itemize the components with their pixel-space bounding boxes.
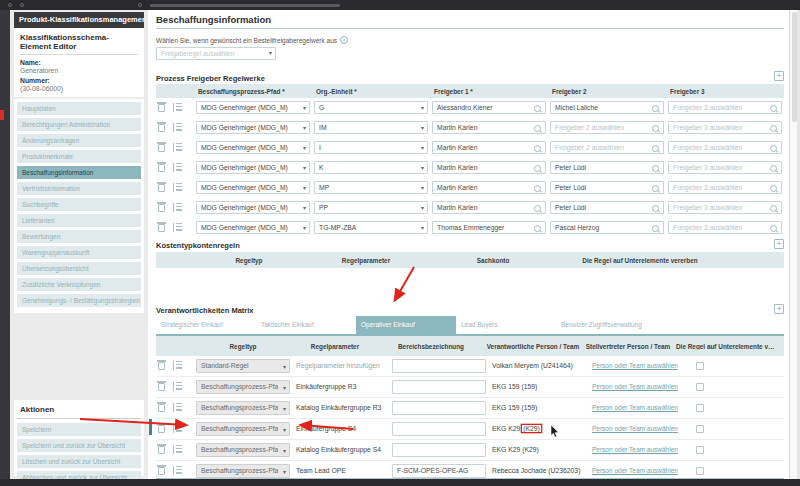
- area-input[interactable]: [392, 380, 486, 394]
- add-kosten-row-button[interactable]: +: [774, 239, 784, 249]
- reorder-row-icon[interactable]: [173, 183, 182, 192]
- search-icon[interactable]: [534, 205, 543, 214]
- delete-row-icon[interactable]: [158, 383, 165, 391]
- search-icon[interactable]: [770, 225, 779, 234]
- org-unit-select[interactable]: I▾: [314, 141, 428, 154]
- sidebar-item-beschaffungsinformation[interactable]: Beschaffungsinformation: [17, 166, 141, 179]
- deputy-select-link[interactable]: Person oder Team auswählen: [592, 401, 680, 415]
- sidebar-item-bewertungen[interactable]: Bewertungen: [17, 230, 141, 243]
- action-loeschen-und-zurueck[interactable]: Löschen und zurück zur Übersicht: [17, 455, 141, 468]
- search-icon[interactable]: [652, 105, 661, 114]
- search-icon[interactable]: [652, 145, 661, 154]
- rule-type-select[interactable]: Beschaffungsprozess-Pfade Regel▾: [196, 443, 290, 457]
- rule-type-select[interactable]: Beschaffungsprozess-Pfade Regel▾: [196, 464, 290, 478]
- process-path-select[interactable]: MDG Genehmiger (MDG_M)▾: [196, 161, 310, 174]
- sidebar-item-zusaetzliche-verknuepfungen[interactable]: Zusätzliche Verknüpfungen: [17, 278, 141, 291]
- freigeber1-field[interactable]: Martin Karlen: [432, 161, 546, 174]
- org-unit-select[interactable]: IM▾: [314, 121, 428, 134]
- deputy-select-link[interactable]: Person oder Team auswählen: [592, 464, 680, 478]
- process-path-select[interactable]: MDG Genehmiger (MDG_M)▾: [196, 221, 310, 234]
- tab-strategischer-einkauf[interactable]: Strategischer Einkauf: [156, 316, 256, 334]
- sidebar-item-berechtigungen-administration[interactable]: Berechtigungen Administration: [17, 118, 141, 131]
- reorder-row-icon[interactable]: [173, 382, 182, 391]
- freigeber2-field[interactable]: Peter Lüdi: [550, 201, 664, 214]
- tab-operativer-einkauf[interactable]: Operativer Einkauf: [356, 316, 456, 334]
- delete-row-icon[interactable]: [158, 124, 165, 132]
- deputy-select-link[interactable]: Person oder Team auswählen: [592, 380, 680, 394]
- vertical-scrollbar[interactable]: [789, 10, 797, 479]
- search-icon[interactable]: [534, 145, 543, 154]
- tab-benutzer-zugriffsverwaltung[interactable]: Benutzer Zugriffsverwaltung: [556, 316, 686, 334]
- reorder-row-icon[interactable]: [173, 424, 182, 433]
- reorder-row-icon[interactable]: [173, 203, 182, 212]
- reorder-row-icon[interactable]: [173, 143, 182, 152]
- search-icon[interactable]: [534, 125, 543, 134]
- delete-row-icon[interactable]: [158, 204, 165, 212]
- inherit-checkbox[interactable]: [696, 425, 704, 433]
- search-icon[interactable]: [534, 185, 543, 194]
- delete-row-icon[interactable]: [158, 224, 165, 232]
- delete-row-icon[interactable]: [158, 446, 165, 454]
- freigeber3-field[interactable]: Freigeber 3 auswählen: [668, 121, 782, 134]
- reorder-row-icon[interactable]: [173, 466, 182, 475]
- rule-type-select[interactable]: Standard-Regel▾: [196, 359, 290, 373]
- reorder-row-icon[interactable]: [173, 403, 182, 412]
- inherit-checkbox[interactable]: [696, 467, 704, 475]
- process-path-select[interactable]: MDG Genehmiger (MDG_M)▾: [196, 121, 310, 134]
- delete-row-icon[interactable]: [158, 467, 165, 475]
- process-path-select[interactable]: MDG Genehmiger (MDG_M)▾: [196, 181, 310, 194]
- add-matrix-row-button[interactable]: +: [774, 304, 784, 314]
- rule-parameter[interactable]: Regelparameter hinzufügen: [296, 359, 390, 373]
- freigeber2-field[interactable]: Freigeber 2 auswählen: [550, 121, 664, 134]
- org-unit-select[interactable]: MP▾: [314, 181, 428, 194]
- search-icon[interactable]: [652, 165, 661, 174]
- process-path-select[interactable]: MDG Genehmiger (MDG_M)▾: [196, 101, 310, 114]
- reorder-row-icon[interactable]: [173, 361, 182, 370]
- freigeber3-field[interactable]: Freigeber 3 auswählen: [668, 201, 782, 214]
- reorder-row-icon[interactable]: [173, 163, 182, 172]
- freigeber1-field[interactable]: Alessandro Kiener: [432, 101, 546, 114]
- freigeber1-field[interactable]: Martin Karlen: [432, 121, 546, 134]
- freigeber1-field[interactable]: Martin Karlen: [432, 201, 546, 214]
- inherit-checkbox[interactable]: [696, 446, 704, 454]
- freigeber3-field[interactable]: Freigeber 3 auswählen: [668, 181, 782, 194]
- sidebar-item-produktmerkmale[interactable]: Produktmerkmale: [17, 150, 141, 163]
- reorder-row-icon[interactable]: [173, 223, 182, 232]
- sidebar-item-uebersetzungsuebersicht[interactable]: Übersetzungsübersicht: [17, 262, 141, 275]
- tab-lead-buyers[interactable]: Lead Buyers: [456, 316, 556, 334]
- freigeber1-field[interactable]: Thomas Emmenegger: [432, 221, 546, 234]
- rule-type-select[interactable]: Beschaffungsprozess-Pfade Regel▾: [196, 422, 290, 436]
- process-path-select[interactable]: MDG Genehmiger (MDG_M)▾: [196, 201, 310, 214]
- area-input[interactable]: F-SCM-OPES-OPE-AG: [392, 464, 486, 478]
- search-icon[interactable]: [770, 125, 779, 134]
- search-icon[interactable]: [652, 185, 661, 194]
- delete-row-icon[interactable]: [158, 164, 165, 172]
- sidebar-item-aenderungsanfragen[interactable]: Änderungsanfragen: [17, 134, 141, 147]
- inherit-checkbox[interactable]: [696, 404, 704, 412]
- delete-row-icon[interactable]: [158, 362, 165, 370]
- search-icon[interactable]: [534, 225, 543, 234]
- delete-row-icon[interactable]: [158, 184, 165, 192]
- area-input[interactable]: [392, 401, 486, 415]
- deputy-select-link[interactable]: Person oder Team auswählen: [592, 443, 680, 457]
- org-unit-select[interactable]: TG-MP-ZBA▾: [314, 221, 428, 234]
- search-icon[interactable]: [770, 105, 779, 114]
- add-freigeber-row-button[interactable]: +: [774, 71, 784, 81]
- delete-row-icon[interactable]: [158, 144, 165, 152]
- search-icon[interactable]: [652, 225, 661, 234]
- delete-row-icon[interactable]: [158, 425, 165, 433]
- release-rule-select[interactable]: Freigaberegel auswählen ▾: [156, 47, 276, 60]
- sidebar-item-warengruppenauskunft[interactable]: Warengruppenauskunft: [17, 246, 141, 259]
- freigeber1-field[interactable]: Martin Karlen: [432, 141, 546, 154]
- scrollbar-thumb[interactable]: [792, 12, 797, 122]
- sidebar-item-suchbegriffe[interactable]: Suchbegriffe: [17, 198, 141, 211]
- org-unit-select[interactable]: K▾: [314, 161, 428, 174]
- delete-row-icon[interactable]: [158, 404, 165, 412]
- reorder-row-icon[interactable]: [173, 445, 182, 454]
- browser-urlbar[interactable]: [150, 4, 340, 7]
- freigeber2-field[interactable]: Michel Laliche: [550, 101, 664, 114]
- inherit-checkbox[interactable]: [696, 383, 704, 391]
- sidebar-item-vertriebsinformation[interactable]: Vertriebsinformation: [17, 182, 141, 195]
- sidebar-item-genehmigungs-bestaetigungsstrategien[interactable]: Genehmigungs- / Bestätigungsstrategien: [17, 294, 141, 307]
- area-input[interactable]: [392, 422, 486, 436]
